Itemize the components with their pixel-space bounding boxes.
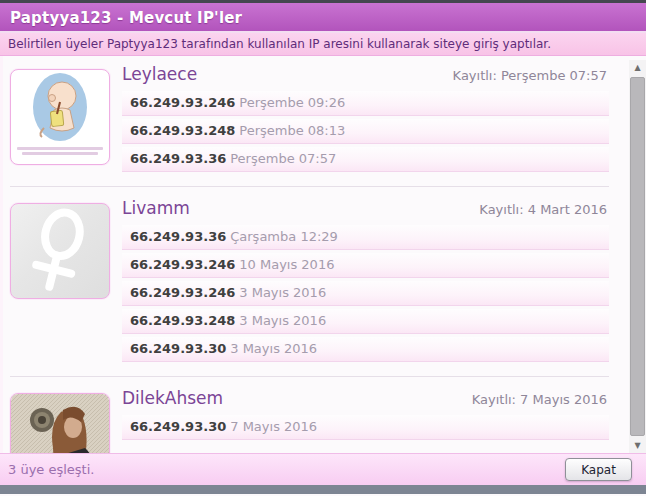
ip-row: 66.249.93.2463 Mayıs 2016 [122, 281, 609, 306]
ip-row: 66.249.93.246Perşembe 09:26 [122, 91, 609, 116]
results-panel: LeylaeceKayıtlı: Perşembe 07:5766.249.93… [0, 56, 646, 453]
baby-cartoon-avatar-image [14, 70, 106, 142]
female-symbol-icon [11, 204, 109, 298]
close-button[interactable]: Kapat [565, 458, 632, 481]
vertical-scrollbar[interactable]: ▲ ▼ [629, 60, 646, 453]
match-count-status: 3 üye eşleşti. [8, 462, 94, 477]
ip-date: 3 Mayıs 2016 [239, 285, 326, 300]
dialog-title: Paptyya123 - Mevcut IP'ler [10, 9, 242, 27]
user-header-row: DilekAhsemKayıtlı: 7 Mayıs 2016 [122, 388, 609, 408]
ip-date: 10 Mayıs 2016 [239, 257, 334, 272]
page-background-strip [0, 485, 646, 494]
ip-row: 66.249.93.24610 Mayıs 2016 [122, 253, 609, 278]
ip-address: 66.249.93.30 [130, 341, 226, 356]
ip-date: Perşembe 07:57 [230, 151, 336, 166]
registered-date: Kayıtlı: Perşembe 07:57 [453, 68, 607, 83]
ip-row: 66.249.93.36Çarşamba 12:29 [122, 225, 609, 250]
registered-date: Kayıtlı: 7 Mayıs 2016 [472, 392, 607, 407]
ip-date: Perşembe 09:26 [239, 95, 345, 110]
ip-address: 66.249.93.248 [130, 123, 235, 138]
description-bar: Belirtilen üyeler Paptyya123 tarafından … [0, 33, 646, 56]
user-header-row: LivammKayıtlı: 4 Mart 2016 [122, 198, 609, 218]
avatar-column [10, 62, 122, 165]
scrollbar-thumb[interactable] [630, 77, 645, 436]
ip-address: 66.249.93.30 [130, 419, 226, 434]
user-info-column: DilekAhsemKayıtlı: 7 Mayıs 201666.249.93… [122, 386, 609, 443]
ip-lookup-dialog: Paptyya123 - Mevcut IP'ler Belirtilen üy… [0, 0, 646, 496]
user-section: DilekAhsemKayıtlı: 7 Mayıs 201666.249.93… [10, 376, 609, 453]
user-section: LivammKayıtlı: 4 Mart 201666.249.93.36Ça… [10, 186, 609, 365]
ip-address: 66.249.93.246 [130, 285, 235, 300]
scroll-up-icon[interactable]: ▲ [629, 60, 646, 75]
ip-date: 3 Mayıs 2016 [230, 341, 317, 356]
avatar-caption-text [15, 145, 105, 157]
username-link[interactable]: Livamm [122, 198, 190, 218]
ip-date: Perşembe 08:13 [239, 123, 345, 138]
avatar-column [10, 196, 122, 299]
registered-date: Kayıtlı: 4 Mart 2016 [479, 202, 607, 217]
avatar[interactable] [10, 203, 110, 299]
ip-address: 66.249.93.246 [130, 257, 235, 272]
user-list: LeylaeceKayıtlı: Perşembe 07:5766.249.93… [3, 56, 629, 453]
ip-date: 3 Mayıs 2016 [239, 313, 326, 328]
ip-address: 66.249.93.36 [130, 151, 226, 166]
dialog-footer: 3 üye eşleşti. Kapat [0, 453, 646, 485]
ip-date: 7 Mayıs 2016 [230, 419, 317, 434]
ip-address: 66.249.93.36 [130, 229, 226, 244]
scroll-down-icon[interactable]: ▼ [629, 438, 646, 453]
user-info-column: LeylaeceKayıtlı: Perşembe 07:5766.249.93… [122, 62, 609, 175]
ip-row: 66.249.93.307 Mayıs 2016 [122, 415, 609, 440]
ip-address: 66.249.93.246 [130, 95, 235, 110]
ip-address: 66.249.93.248 [130, 313, 235, 328]
avatar-column [10, 386, 122, 453]
avatar[interactable] [10, 393, 110, 453]
user-info-column: LivammKayıtlı: 4 Mart 201666.249.93.36Ça… [122, 196, 609, 365]
user-header-row: LeylaeceKayıtlı: Perşembe 07:57 [122, 64, 609, 84]
woman-portrait-avatar-image [11, 394, 109, 453]
description-text: Belirtilen üyeler Paptyya123 tarafından … [8, 37, 551, 51]
username-link[interactable]: Leylaece [122, 64, 197, 84]
user-section: LeylaeceKayıtlı: Perşembe 07:5766.249.93… [10, 62, 609, 175]
dialog-titlebar: Paptyya123 - Mevcut IP'ler [0, 3, 646, 33]
ip-row: 66.249.93.303 Mayıs 2016 [122, 337, 609, 362]
ip-date: Çarşamba 12:29 [230, 229, 338, 244]
ip-row: 66.249.93.2483 Mayıs 2016 [122, 309, 609, 334]
ip-row: 66.249.93.248Perşembe 08:13 [122, 119, 609, 144]
ip-row: 66.249.93.36Perşembe 07:57 [122, 147, 609, 172]
username-link[interactable]: DilekAhsem [122, 388, 223, 408]
avatar[interactable] [10, 69, 110, 165]
